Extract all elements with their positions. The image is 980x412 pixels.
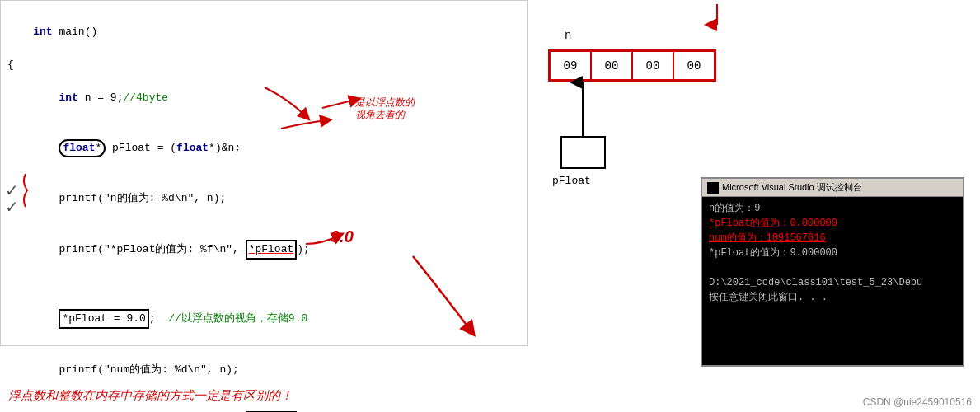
console-titlebar: Microsoft Visual Studio 调试控制台 xyxy=(702,179,963,197)
mem-cells: 09 00 00 00 xyxy=(548,49,716,82)
console-body: n的值为：9 *pFloat的值为：0.000000 num的值为：109156… xyxy=(702,197,963,365)
annotation-90: 9.0 xyxy=(331,227,354,246)
mem-cell-3: 00 xyxy=(673,51,715,80)
console-line-path: D:\2021_code\class101\test_5_23\Debu xyxy=(709,275,956,290)
code-line-6: printf("*pFloat的值为: %f\n", *pFloat); xyxy=(7,223,523,276)
mem-var-label: n xyxy=(565,29,571,42)
mem-cell-1: 00 xyxy=(591,51,632,80)
console-num-val: num的值为：1091567616 xyxy=(709,232,826,244)
console-pfloat-val: *pFloat的值为：0.000000 xyxy=(709,218,837,229)
console-line-close: 按任意键关闭此窗口. . . xyxy=(709,290,956,305)
code-line-8: printf("num的值为: %d\n", n); xyxy=(7,345,523,395)
diagram-panel: n 09 00 00 00 pFloat Microsoft Visual St… xyxy=(536,0,980,412)
code-line-7: *pFloat = 9.0; //以浮点数的视角，存储9.0 xyxy=(7,293,523,345)
mem-cell-0: 09 xyxy=(550,51,591,80)
pfloat-label: pFloat xyxy=(552,175,591,187)
code-line-4: float* pFloat = (float*)&n; xyxy=(7,123,523,174)
console-line-1: *pFloat的值为：0.000000 xyxy=(709,216,956,231)
csdn-watermark: CSDN @nie2459010516 xyxy=(863,396,972,408)
code-panel: int main() { int n = 9;//4byte float* pF… xyxy=(0,0,528,346)
console-line-0: n的值为：9 xyxy=(709,201,956,216)
code-line-blank1 xyxy=(7,276,523,293)
mem-cell-2: 00 xyxy=(632,51,673,80)
console-line-2: num的值为：1091567616 xyxy=(709,231,956,246)
console-icon xyxy=(707,182,719,194)
console-panel: Microsoft Visual Studio 调试控制台 n的值为：9 *pF… xyxy=(701,177,964,367)
code-line-2: { xyxy=(7,57,523,73)
code-line-3: int n = 9;//4byte xyxy=(7,73,523,123)
bottom-annotation: 浮点数和整数在内存中存储的方式一定是有区别的！ xyxy=(8,388,293,404)
code-line-5: printf("n的值为: %d\n", n); xyxy=(7,174,523,223)
annotation-float-view2: 视角去看的 xyxy=(355,108,405,122)
keyword-int: int xyxy=(33,26,52,38)
checkmark-2: ✓ xyxy=(5,197,19,217)
code-line-1: int main() xyxy=(7,7,523,57)
console-line-3: *pFloat的值为：9.000000 xyxy=(709,246,956,260)
console-line-blank xyxy=(709,260,956,275)
pfloat-box xyxy=(560,136,606,169)
console-title: Microsoft Visual Studio 调试控制台 xyxy=(722,181,862,194)
